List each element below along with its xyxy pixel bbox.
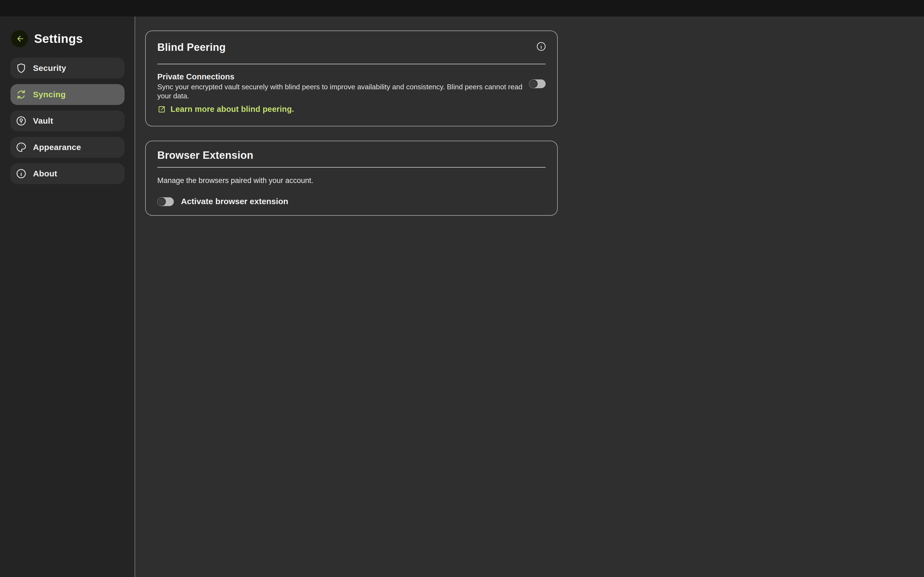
info-circle-icon	[15, 168, 27, 179]
external-link-icon	[157, 105, 166, 114]
app-window: Settings Security	[0, 0, 924, 577]
shield-icon	[15, 62, 27, 74]
settings-content: Blind Peering Private Connections Sync y…	[135, 16, 924, 577]
sidebar-item-about[interactable]: About	[10, 163, 124, 184]
learn-more-label: Learn more about blind peering.	[171, 105, 294, 114]
toggle-knob	[529, 80, 538, 88]
blind-peering-card: Blind Peering Private Connections Sync y…	[145, 31, 558, 126]
activate-extension-label: Activate browser extension	[181, 197, 288, 206]
toggle-knob	[158, 198, 166, 206]
palette-icon	[15, 142, 27, 153]
card-description: Manage the browsers paired with your acc…	[157, 176, 313, 185]
sidebar-item-label: Vault	[33, 116, 53, 126]
sidebar-item-security[interactable]: Security	[10, 58, 124, 79]
private-connections-toggle[interactable]	[529, 79, 546, 88]
sidebar-item-label: Appearance	[33, 143, 81, 152]
arrow-left-icon	[14, 34, 25, 44]
sidebar-item-vault[interactable]: Vault	[10, 110, 124, 131]
settings-sidebar: Settings Security	[0, 16, 134, 577]
sidebar-item-label: About	[33, 169, 57, 178]
window-titlebar	[0, 0, 924, 16]
setting-title: Private Connections	[157, 72, 234, 81]
browser-extension-card: Browser Extension Manage the browsers pa…	[145, 141, 558, 216]
back-button[interactable]	[11, 30, 28, 47]
card-separator	[157, 64, 546, 64]
card-separator	[157, 167, 546, 168]
sidebar-item-appearance[interactable]: Appearance	[10, 137, 124, 158]
sidebar-item-label: Security	[33, 63, 66, 73]
learn-more-link[interactable]: Learn more about blind peering.	[157, 105, 294, 114]
sidebar-item-syncing[interactable]: Syncing	[10, 84, 124, 105]
card-title: Blind Peering	[157, 42, 226, 53]
page-title: Settings	[34, 32, 83, 46]
sync-arrows-icon	[15, 89, 27, 100]
info-button[interactable]	[536, 41, 547, 52]
activate-extension-toggle[interactable]	[157, 197, 174, 206]
sidebar-item-label: Syncing	[33, 90, 66, 99]
sidebar-header: Settings	[11, 30, 83, 47]
info-circle-icon	[536, 41, 546, 52]
card-title: Browser Extension	[157, 150, 253, 161]
keyhole-circle-icon	[15, 115, 27, 127]
setting-description: Sync your encrypted vault securely with …	[157, 82, 523, 101]
settings-nav: Security Syncing	[10, 58, 124, 190]
